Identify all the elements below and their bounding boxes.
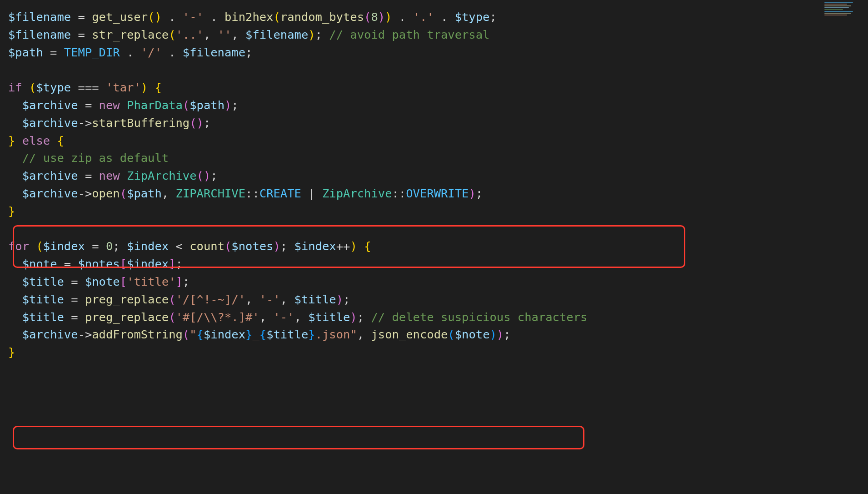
- code-token: ,: [231, 28, 245, 41]
- code-token: }: [8, 134, 15, 147]
- code-editor[interactable]: $filename = get_user() . '-' . bin2hex(r…: [0, 0, 868, 494]
- code-token: str_replace: [92, 28, 169, 41]
- code-token: [8, 310, 22, 324]
- code-token: else: [22, 134, 50, 147]
- code-token: ): [204, 169, 210, 182]
- code-token: .: [162, 10, 183, 24]
- code-token: (: [183, 328, 190, 341]
- code-token: json_encode: [371, 328, 448, 341]
- code-line[interactable]: for ($index = 0; $index < count($notes);…: [8, 237, 868, 255]
- code-token: bin2hex: [224, 10, 273, 24]
- code-token: (: [190, 116, 196, 130]
- code-token: [120, 169, 127, 182]
- code-token: ): [155, 10, 161, 24]
- code-line[interactable]: [8, 220, 868, 238]
- code-token: (: [183, 98, 190, 112]
- code-token: ;: [204, 116, 210, 130]
- code-line[interactable]: $title = $note['title'];: [8, 273, 868, 291]
- code-token: ;: [357, 310, 371, 324]
- code-line[interactable]: $title = preg_replace('/[^!-~]/', '-', $…: [8, 291, 868, 308]
- code-token: =: [43, 45, 64, 59]
- code-token: [15, 134, 22, 147]
- code-token: [22, 81, 29, 94]
- code-token: $path: [8, 45, 43, 59]
- code-token: $type: [36, 81, 71, 94]
- code-token: ;: [210, 169, 217, 182]
- code-token: }: [8, 204, 15, 218]
- code-token: .: [392, 10, 413, 24]
- minimap-line: [824, 5, 851, 6]
- code-token: for: [8, 239, 29, 253]
- code-token: ): [273, 239, 280, 253]
- code-line[interactable]: $filename = str_replace('..', '', $filen…: [8, 26, 868, 44]
- code-token: ): [469, 187, 475, 200]
- code-token: (: [169, 28, 175, 41]
- code-line[interactable]: $filename = get_user() . '-' . bin2hex(r…: [8, 8, 868, 26]
- code-line[interactable]: [8, 61, 868, 79]
- code-token: $notes: [78, 257, 120, 271]
- code-token: $index: [43, 239, 85, 253]
- code-token: $notes: [231, 239, 273, 253]
- code-token: [: [120, 275, 127, 288]
- code-token: (: [364, 10, 371, 24]
- code-token: preg_replace: [85, 292, 169, 306]
- code-line[interactable]: $archive = new PharData($path);: [8, 96, 868, 114]
- code-token: $filename: [8, 10, 71, 24]
- code-token: <: [169, 239, 190, 253]
- code-token: (: [169, 310, 175, 324]
- code-token: }: [8, 345, 15, 359]
- code-token: $archive: [22, 187, 78, 200]
- code-line[interactable]: // use zip as default: [8, 149, 868, 167]
- code-token: ): [197, 116, 204, 130]
- code-token: (: [36, 239, 43, 253]
- code-token: [148, 81, 155, 94]
- code-line[interactable]: $archive = new ZipArchive();: [8, 167, 868, 185]
- code-line[interactable]: $title = preg_replace('#[/\\?*.]#', '-',…: [8, 308, 868, 326]
- code-token: =: [64, 292, 85, 306]
- code-token: ->: [78, 187, 92, 200]
- code-line[interactable]: $archive->addFromString("{$index}_{$titl…: [8, 326, 868, 343]
- code-token: '-': [273, 310, 294, 324]
- code-line[interactable]: $archive->open($path, ZIPARCHIVE::CREATE…: [8, 185, 868, 202]
- code-token: ZipArchive: [322, 187, 392, 200]
- code-token: ): [350, 310, 357, 324]
- code-token: ->: [78, 328, 92, 341]
- code-token: $title: [22, 292, 64, 306]
- code-line[interactable]: $note = $notes[$index];: [8, 255, 868, 273]
- code-token: .: [120, 45, 141, 59]
- code-token: [29, 239, 36, 253]
- code-token: ;: [280, 239, 294, 253]
- code-token: [8, 187, 22, 200]
- code-token: ;: [343, 292, 350, 306]
- code-token: ]: [169, 257, 175, 271]
- code-token: '-': [183, 10, 204, 24]
- code-token: 'title': [127, 275, 175, 288]
- code-token: OVERWRITE: [406, 187, 469, 200]
- code-token: =: [85, 239, 106, 253]
- code-line[interactable]: }: [8, 343, 868, 361]
- code-token: =: [64, 275, 85, 288]
- code-token: if: [8, 81, 22, 94]
- highlight-box-2: [13, 426, 584, 449]
- code-line[interactable]: $archive->startBuffering();: [8, 114, 868, 132]
- code-token: '/': [141, 45, 162, 59]
- code-token: ,: [162, 187, 176, 200]
- code-token: $title: [266, 328, 308, 341]
- code-line[interactable]: $path = TEMP_DIR . '/' . $filename;: [8, 44, 868, 61]
- code-token: ===: [71, 81, 106, 94]
- code-token: ::: [245, 187, 259, 200]
- code-token: $archive: [22, 169, 78, 182]
- code-token: =: [78, 98, 99, 112]
- code-token: ): [350, 239, 357, 253]
- code-token: $path: [127, 187, 162, 200]
- code-token: .: [204, 10, 224, 24]
- code-line[interactable]: if ($type === 'tar') {: [8, 79, 868, 96]
- code-token: ,: [280, 292, 294, 306]
- code-token: ): [224, 98, 231, 112]
- code-token: ,: [245, 292, 259, 306]
- code-line[interactable]: }: [8, 202, 868, 220]
- code-token: ;: [504, 328, 510, 341]
- code-token: $archive: [22, 98, 78, 112]
- code-token: =: [64, 310, 85, 324]
- code-line[interactable]: } else {: [8, 132, 868, 150]
